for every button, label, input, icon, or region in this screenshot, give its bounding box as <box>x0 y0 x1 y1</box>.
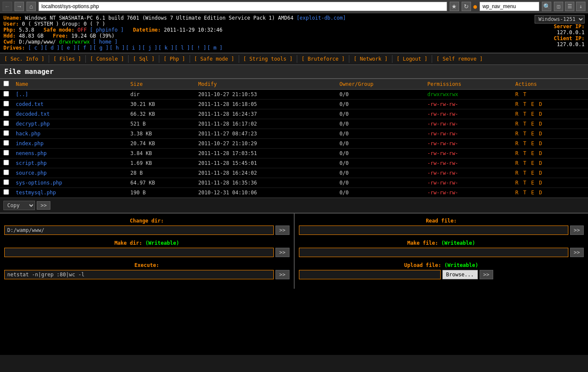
read-file-button[interactable]: >> <box>570 226 584 235</box>
action-e-link[interactable]: E <box>531 170 534 176</box>
search-go-button[interactable]: 🔍 <box>542 2 551 11</box>
action-select[interactable]: Copy Move Delete Chmod <box>3 201 35 210</box>
nav-item-php[interactable]: [ Php ] <box>159 55 190 63</box>
row-checkbox[interactable] <box>3 140 9 146</box>
action-e-link[interactable]: E <box>531 160 534 166</box>
action-go-button[interactable]: >> <box>37 201 50 210</box>
drive-link[interactable]: [ d ] <box>44 45 60 51</box>
upload-file-input[interactable] <box>299 270 441 279</box>
action-d-link[interactable]: D <box>539 180 542 186</box>
forward-button[interactable]: → <box>15 2 24 11</box>
action-e-link[interactable]: E <box>531 180 534 186</box>
back-button[interactable]: ← <box>3 2 12 11</box>
action-d-link[interactable]: D <box>539 111 542 117</box>
action-r-link[interactable]: R <box>515 150 518 156</box>
action-d-link[interactable]: D <box>539 131 542 137</box>
action-t-link[interactable]: T <box>523 121 526 127</box>
exploit-link[interactable]: [exploit-db.com] <box>296 15 346 21</box>
action-r-link[interactable]: R <box>515 91 518 97</box>
nav-item-sql[interactable]: [ Sql ] <box>129 55 159 63</box>
action-d-link[interactable]: D <box>539 170 542 176</box>
grid-icon[interactable]: ◫ <box>554 2 563 11</box>
row-checkbox[interactable] <box>3 101 9 106</box>
file-name-link[interactable]: sys-options.php <box>16 180 62 186</box>
action-t-link[interactable]: T <box>523 160 526 166</box>
file-name-link[interactable]: script.php <box>16 160 47 166</box>
row-checkbox[interactable] <box>3 170 9 175</box>
file-name-link[interactable]: decoded.txt <box>16 111 50 117</box>
file-name-link[interactable]: coded.txt <box>16 101 44 107</box>
action-e-link[interactable]: E <box>531 121 534 127</box>
drive-link[interactable]: [ f ] <box>77 45 92 51</box>
read-file-input[interactable] <box>299 226 568 235</box>
download-icon[interactable]: ↓ <box>576 2 585 11</box>
action-r-link[interactable]: R <box>515 160 518 166</box>
action-r-link[interactable]: R <box>515 101 518 107</box>
drive-link[interactable]: [ g ] <box>93 45 108 51</box>
action-t-link[interactable]: T <box>523 141 526 146</box>
action-e-link[interactable]: E <box>531 190 534 196</box>
search-input[interactable] <box>480 2 539 11</box>
row-checkbox[interactable] <box>3 160 9 165</box>
action-e-link[interactable]: E <box>531 111 534 117</box>
action-t-link[interactable]: T <box>523 101 526 107</box>
bookmark-button[interactable]: ★ <box>450 2 459 11</box>
file-name-link[interactable]: testmysql.php <box>16 190 56 196</box>
action-d-link[interactable]: D <box>539 190 542 196</box>
nav-item-self-remove[interactable]: [ Self remove ] <box>432 55 487 63</box>
home-link[interactable]: [ home ] <box>93 39 118 45</box>
change-dir-button[interactable]: >> <box>275 226 289 235</box>
action-t-link[interactable]: T <box>523 170 526 176</box>
drive-link[interactable]: [ ! ] <box>191 45 206 51</box>
drive-link[interactable]: [ c ] <box>28 45 44 51</box>
action-t-link[interactable]: T <box>523 111 526 117</box>
make-dir-button[interactable]: >> <box>275 248 289 257</box>
select-all-checkbox[interactable] <box>3 81 9 86</box>
nav-item-string-tools[interactable]: [ String tools ] <box>239 55 298 63</box>
nav-item-network[interactable]: [ Network ] <box>349 55 392 63</box>
drive-link[interactable]: [ e ] <box>61 45 76 51</box>
row-checkbox[interactable] <box>3 91 9 97</box>
row-checkbox[interactable] <box>3 130 9 136</box>
nav-item-logout[interactable]: [ Logout ] <box>392 55 432 63</box>
file-name-link[interactable]: [..] <box>16 91 28 97</box>
nav-item-sec-info[interactable]: [ Sec. Info ] <box>0 55 49 63</box>
action-e-link[interactable]: E <box>531 150 534 156</box>
change-dir-input[interactable] <box>4 226 274 235</box>
action-r-link[interactable]: R <box>515 131 518 137</box>
action-d-link[interactable]: D <box>539 160 542 166</box>
execute-input[interactable] <box>4 270 274 279</box>
row-checkbox[interactable] <box>3 189 9 195</box>
action-r-link[interactable]: R <box>515 111 518 117</box>
action-d-link[interactable]: D <box>539 141 542 146</box>
refresh-button[interactable]: ↻ <box>462 2 471 11</box>
menu-icon[interactable]: ☰ <box>565 2 574 11</box>
row-checkbox[interactable] <box>3 179 9 185</box>
make-file-input[interactable] <box>299 248 568 257</box>
action-r-link[interactable]: R <box>515 141 518 146</box>
drive-link[interactable]: [ l ] <box>175 45 190 51</box>
file-name-link[interactable]: source.php <box>16 170 47 176</box>
cwd-link[interactable]: drwxrwxrwx <box>59 39 90 45</box>
address-bar[interactable] <box>38 2 447 11</box>
action-d-link[interactable]: D <box>539 150 542 156</box>
action-r-link[interactable]: R <box>515 121 518 127</box>
row-checkbox[interactable] <box>3 120 9 126</box>
nav-item-bruteforce[interactable]: [ Bruteforce ] <box>297 55 349 63</box>
encoding-select[interactable]: Windows-1251 UTF-8 KOI8-R <box>535 15 585 23</box>
action-r-link[interactable]: R <box>515 180 518 186</box>
action-r-link[interactable]: R <box>515 170 518 176</box>
file-name-link[interactable]: nenens.php <box>16 150 47 156</box>
action-t-link[interactable]: T <box>523 150 526 156</box>
drive-link[interactable]: [ m ] <box>207 45 222 51</box>
drive-link[interactable]: [ i ] <box>126 45 141 51</box>
action-e-link[interactable]: E <box>531 101 534 107</box>
action-t-link[interactable]: T <box>523 190 526 196</box>
action-t-link[interactable]: T <box>523 180 526 186</box>
browse-button[interactable]: Browse... <box>442 270 478 279</box>
execute-button[interactable]: >> <box>275 270 289 279</box>
drive-link[interactable]: [ j ] <box>142 45 158 51</box>
make-file-button[interactable]: >> <box>570 248 584 257</box>
file-name-link[interactable]: index.php <box>16 141 44 146</box>
file-name-link[interactable]: decrypt.php <box>16 121 50 127</box>
